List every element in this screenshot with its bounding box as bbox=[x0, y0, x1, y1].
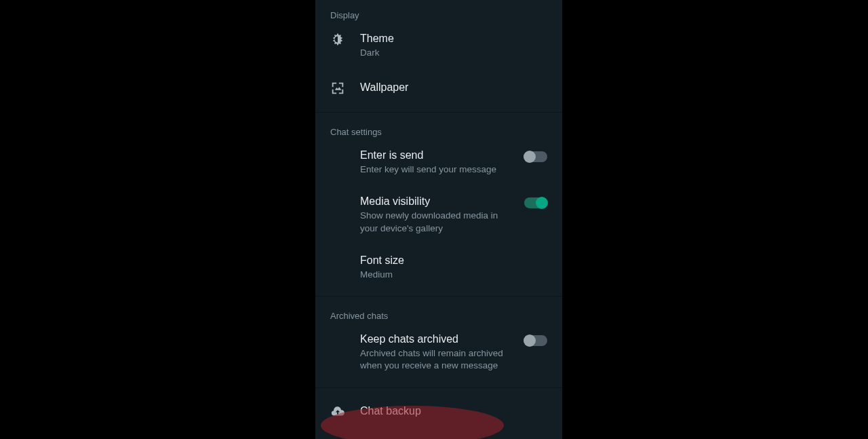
settings-screen: Display Theme Dark Wallpaper Chat settin… bbox=[315, 0, 562, 439]
row-media-visibility[interactable]: Media visibility Show newly downloaded m… bbox=[315, 195, 562, 234]
row-keep-archived[interactable]: Keep chats archived Archived chats will … bbox=[315, 332, 562, 372]
wallpaper-title: Wallpaper bbox=[360, 81, 547, 94]
enter-send-sub: Enter key will send your message bbox=[360, 164, 513, 176]
keep-archived-sub: Archived chats will remain archived when… bbox=[360, 347, 513, 372]
section-header-chat-settings: Chat settings bbox=[315, 128, 562, 136]
row-chat-backup[interactable]: Chat backup bbox=[315, 404, 562, 419]
row-wallpaper[interactable]: Wallpaper bbox=[315, 81, 562, 96]
cloud-upload-icon bbox=[330, 404, 345, 419]
theme-title: Theme bbox=[360, 32, 547, 45]
section-header-archived: Archived chats bbox=[315, 311, 562, 320]
media-visibility-toggle[interactable] bbox=[524, 197, 547, 208]
media-visibility-sub: Show newly downloaded media in your devi… bbox=[360, 210, 513, 234]
brightness-icon bbox=[330, 32, 345, 47]
keep-archived-toggle[interactable] bbox=[524, 335, 547, 346]
media-visibility-title: Media visibility bbox=[360, 195, 513, 208]
section-header-display: Display bbox=[315, 11, 562, 20]
row-theme[interactable]: Theme Dark bbox=[315, 32, 562, 59]
divider bbox=[315, 387, 562, 388]
divider bbox=[315, 296, 562, 297]
row-font-size[interactable]: Font size Medium bbox=[315, 254, 562, 281]
row-enter-is-send[interactable]: Enter is send Enter key will send your m… bbox=[315, 149, 562, 176]
enter-send-title: Enter is send bbox=[360, 149, 513, 162]
chat-backup-title: Chat backup bbox=[360, 404, 547, 418]
enter-send-toggle[interactable] bbox=[524, 151, 547, 162]
theme-value: Dark bbox=[360, 47, 547, 59]
font-size-title: Font size bbox=[360, 254, 547, 267]
divider bbox=[315, 112, 562, 113]
keep-archived-title: Keep chats archived bbox=[360, 332, 513, 346]
font-size-value: Medium bbox=[360, 269, 547, 281]
wallpaper-icon bbox=[330, 81, 345, 96]
